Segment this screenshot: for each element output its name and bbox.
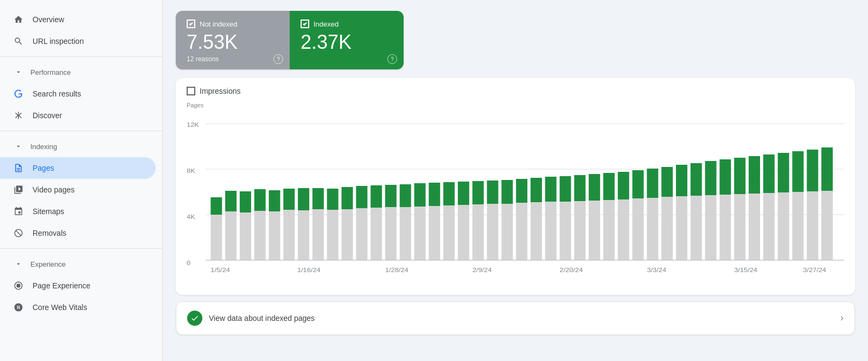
google-icon (13, 88, 24, 99)
svg-rect-58 (560, 176, 571, 202)
sidebar-item-page-experience[interactable]: Page Experience (0, 275, 156, 296)
svg-rect-15 (254, 211, 266, 260)
divider-2 (0, 131, 162, 131)
chart-svg-wrap: 12K 8K 4K 0 (187, 111, 844, 286)
svg-rect-53 (531, 202, 542, 260)
section-indexing[interactable]: Indexing (0, 136, 162, 157)
svg-rect-32 (371, 185, 382, 208)
svg-rect-81 (734, 194, 745, 260)
svg-rect-44 (458, 182, 469, 205)
svg-rect-45 (473, 204, 484, 260)
chevron-down-icon-2 (13, 141, 24, 152)
stats-row: Not indexed 7.53K 12 reasons ? Indexed 2… (176, 11, 404, 69)
svg-rect-25 (327, 210, 339, 260)
sidebar-item-url-inspection[interactable]: URL inspection (0, 30, 156, 52)
svg-rect-35 (400, 207, 411, 260)
svg-rect-46 (473, 181, 484, 204)
sidebar-item-core-web-vitals[interactable]: Core Web Vitals (0, 296, 156, 318)
svg-rect-82 (734, 158, 745, 194)
svg-rect-92 (807, 150, 818, 191)
view-data-button[interactable]: View data about indexed pages › (176, 301, 855, 335)
svg-rect-27 (342, 209, 353, 260)
pages-icon (13, 163, 24, 173)
sidebar-item-discover[interactable]: Discover (0, 105, 156, 126)
svg-rect-67 (633, 198, 644, 260)
sidebar-item-removals[interactable]: Removals (0, 222, 156, 244)
svg-rect-13 (240, 212, 251, 260)
svg-rect-93 (821, 191, 833, 260)
sidebar-label-url-inspection: URL inspection (33, 37, 84, 46)
view-data-text: View data about indexed pages (209, 314, 315, 323)
asterisk-icon (13, 110, 24, 121)
chart-svg: 12K 8K 4K 0 (187, 111, 844, 284)
svg-rect-59 (574, 201, 585, 260)
svg-rect-31 (371, 208, 382, 260)
svg-rect-65 (618, 199, 629, 260)
sidebar-item-search-results[interactable]: Search results (0, 83, 156, 105)
home-icon (13, 14, 24, 25)
indexed-label: Indexed (314, 20, 339, 28)
not-indexed-card: Not indexed 7.53K 12 reasons ? (176, 11, 290, 69)
not-indexed-checkbox[interactable] (187, 20, 195, 28)
svg-rect-78 (705, 161, 717, 195)
sidebar-item-pages[interactable]: Pages (0, 157, 156, 179)
sidebar-item-overview[interactable]: Overview (0, 9, 156, 30)
core-web-vitals-icon (13, 302, 24, 313)
video-icon (13, 184, 24, 195)
svg-rect-37 (414, 207, 426, 260)
svg-rect-47 (487, 204, 499, 260)
section-experience-label: Experience (30, 260, 66, 268)
svg-rect-22 (298, 188, 309, 210)
svg-text:1/5/24: 1/5/24 (210, 266, 230, 273)
svg-text:3/27/24: 3/27/24 (803, 266, 826, 273)
svg-rect-64 (603, 173, 615, 200)
svg-text:2/9/24: 2/9/24 (473, 266, 492, 273)
green-check-icon (187, 311, 202, 326)
section-experience[interactable]: Experience (0, 253, 162, 275)
chart-y-label: Pages (187, 102, 844, 108)
divider-3 (0, 248, 162, 249)
svg-rect-86 (763, 154, 775, 193)
chart-area: Pages 12K 8K 4K 0 (187, 102, 844, 286)
svg-rect-83 (749, 194, 760, 260)
impressions-label: Impressions (200, 87, 240, 95)
svg-rect-91 (807, 191, 818, 260)
svg-rect-21 (298, 210, 309, 260)
svg-rect-71 (661, 197, 673, 260)
svg-rect-20 (283, 189, 295, 210)
svg-rect-43 (458, 205, 469, 260)
svg-text:8K: 8K (187, 167, 195, 174)
svg-rect-34 (385, 185, 397, 207)
svg-rect-18 (269, 190, 280, 211)
svg-rect-41 (443, 205, 455, 260)
sidebar-item-sitemaps[interactable]: Sitemaps (0, 201, 156, 222)
svg-rect-11 (225, 211, 237, 260)
svg-rect-77 (705, 195, 717, 260)
section-performance[interactable]: Performance (0, 61, 162, 83)
indexed-checkbox[interactable] (301, 20, 309, 28)
search-icon (13, 36, 24, 47)
indexed-value: 2.37K (301, 31, 393, 53)
not-indexed-help[interactable]: ? (273, 54, 283, 64)
svg-rect-66 (618, 172, 629, 199)
svg-rect-16 (254, 189, 266, 211)
svg-text:2/20/24: 2/20/24 (560, 266, 583, 273)
chevron-down-icon-3 (13, 259, 24, 269)
svg-rect-62 (589, 174, 600, 201)
svg-rect-85 (763, 193, 775, 260)
svg-rect-10 (210, 197, 222, 215)
impressions-checkbox[interactable] (187, 87, 195, 95)
svg-rect-48 (487, 181, 499, 204)
sidebar-item-video-pages[interactable]: Video pages (0, 179, 156, 201)
svg-rect-36 (400, 184, 411, 207)
removals-icon (13, 228, 24, 238)
svg-rect-73 (676, 196, 687, 260)
indexed-help[interactable]: ? (387, 54, 397, 64)
svg-rect-28 (342, 187, 353, 209)
divider-1 (0, 56, 162, 57)
chevron-down-icon (13, 67, 24, 78)
svg-rect-51 (516, 203, 527, 260)
svg-rect-68 (633, 170, 644, 198)
section-performance-label: Performance (30, 68, 71, 76)
svg-rect-72 (661, 167, 673, 197)
